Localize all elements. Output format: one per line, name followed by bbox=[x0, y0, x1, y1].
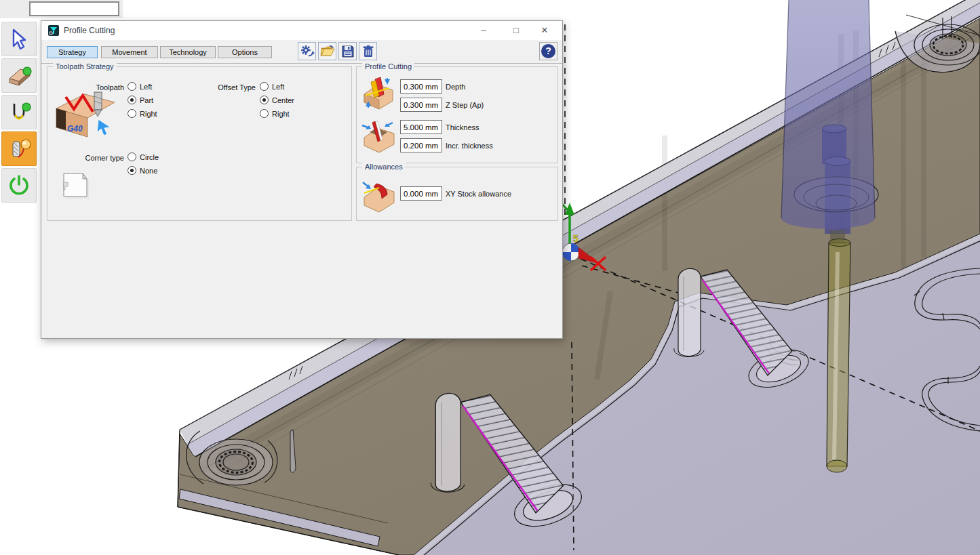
depth-input[interactable] bbox=[400, 79, 442, 94]
origin-number-label: 5 bbox=[573, 233, 579, 244]
corner-type-label: Corner type bbox=[54, 154, 124, 162]
group-title: Allowances bbox=[362, 163, 406, 171]
operation-icon bbox=[6, 136, 32, 162]
sidebar-item-run[interactable] bbox=[1, 168, 37, 203]
radio-offset-left[interactable] bbox=[260, 82, 269, 91]
tool-holder bbox=[781, 0, 875, 229]
toolpath-label: Toolpath bbox=[54, 83, 124, 91]
toolbar-divider bbox=[41, 63, 562, 64]
help-button[interactable]: ? bbox=[539, 42, 557, 60]
radio-toolpath-left[interactable] bbox=[128, 82, 136, 91]
help-icon: ? bbox=[541, 44, 555, 58]
radio-corner-circle[interactable] bbox=[128, 152, 136, 161]
thickness-input[interactable] bbox=[400, 120, 442, 134]
svg-text:G40: G40 bbox=[67, 124, 83, 133]
open-folder-icon bbox=[320, 44, 335, 59]
group-toolpath-strategy: Toolpath Strategy G40 Toolpath Left Part bbox=[47, 66, 352, 221]
sidebar-item-select[interactable] bbox=[1, 22, 37, 56]
radio-toolpath-part[interactable] bbox=[128, 96, 136, 104]
sidebar-item-tool[interactable] bbox=[1, 95, 37, 129]
cursor-icon bbox=[7, 27, 31, 52]
delete-icon bbox=[361, 44, 376, 59]
radio-toolpath-right[interactable] bbox=[128, 109, 136, 118]
tab-options[interactable]: Options bbox=[218, 46, 272, 58]
workpiece-icon bbox=[6, 63, 32, 89]
group-allowances: Allowances XY Stock allowance bbox=[356, 167, 558, 221]
z-step-input[interactable] bbox=[400, 98, 442, 112]
profile-cutting-dialog: Profile Cutting – □ ✕ Strategy Movement … bbox=[41, 20, 563, 339]
radio-corner-none[interactable] bbox=[128, 166, 136, 175]
power-icon bbox=[6, 173, 32, 199]
depth-illustration bbox=[361, 77, 395, 112]
delete-button[interactable] bbox=[359, 42, 377, 60]
radio-offset-right[interactable] bbox=[260, 109, 269, 118]
minimize-button[interactable]: – bbox=[473, 22, 494, 39]
group-profile-cutting: Profile Cutting Depth Z Step (Ap) bbox=[356, 66, 558, 163]
group-title: Profile Cutting bbox=[362, 62, 414, 70]
corner-type-illustration bbox=[59, 170, 92, 201]
xy-stock-allowance-input[interactable] bbox=[400, 186, 442, 201]
regenerate-button[interactable] bbox=[298, 42, 316, 60]
quick-search-input[interactable] bbox=[29, 1, 119, 16]
save-button[interactable] bbox=[338, 42, 357, 60]
dialog-app-icon bbox=[48, 25, 59, 36]
tool-icon bbox=[6, 100, 32, 125]
toolpath-strategy-illustration: G40 bbox=[52, 88, 117, 141]
thickness-illustration bbox=[360, 119, 397, 155]
cutting-tool bbox=[827, 230, 850, 472]
tab-technology[interactable]: Technology bbox=[160, 46, 216, 58]
sidebar-item-operation[interactable] bbox=[1, 131, 37, 166]
incr-thickness-input[interactable] bbox=[400, 138, 442, 152]
radio-offset-center[interactable] bbox=[260, 96, 269, 104]
offset-type-label: Offset Type bbox=[190, 83, 256, 91]
open-button[interactable] bbox=[318, 42, 336, 60]
save-icon bbox=[340, 44, 355, 59]
group-title: Toolpath Strategy bbox=[53, 62, 117, 70]
tab-movement[interactable]: Movement bbox=[101, 46, 158, 58]
dialog-titlebar[interactable]: Profile Cutting – □ ✕ bbox=[41, 21, 562, 40]
tab-strategy[interactable]: Strategy bbox=[47, 46, 98, 58]
maximize-button[interactable]: □ bbox=[505, 22, 527, 39]
close-button[interactable]: ✕ bbox=[534, 22, 555, 39]
allowance-illustration bbox=[361, 178, 397, 213]
sidebar-item-workpiece[interactable] bbox=[1, 58, 37, 93]
regenerate-icon bbox=[300, 44, 315, 59]
dialog-title: Profile Cutting bbox=[64, 26, 115, 35]
